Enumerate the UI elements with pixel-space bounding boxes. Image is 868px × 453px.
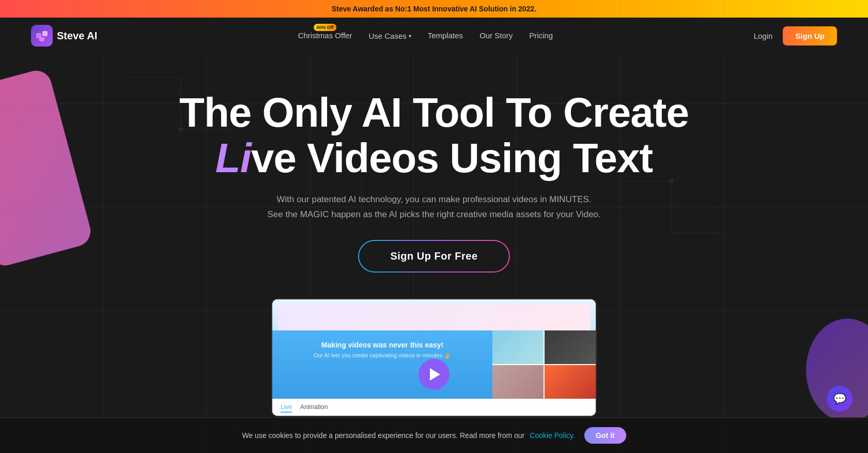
video-thumb-2: [545, 330, 596, 364]
nav-item-christmas[interactable]: 40% Off Christmas Offer: [298, 31, 352, 40]
pricing-link[interactable]: Pricing: [529, 31, 553, 40]
nav-item-pricing[interactable]: Pricing: [529, 31, 553, 40]
video-subtitle: Our AI lets you create captivating video…: [281, 352, 484, 359]
signup-button[interactable]: Sign Up: [783, 26, 837, 46]
video-preview: Making videos was never this easy! Our A…: [271, 298, 597, 417]
christmas-badge: 40% Off: [314, 24, 336, 31]
svg-rect-16: [39, 37, 44, 41]
chat-bubble-button[interactable]: 💬: [827, 386, 853, 412]
logo[interactable]: Steve AI: [31, 25, 97, 47]
login-link[interactable]: Login: [754, 32, 773, 40]
hero-subtitle: With our patented AI technology, you can…: [0, 192, 868, 222]
banner-text: Steve Awarded as No:1 Most Innovative AI…: [332, 5, 536, 13]
nav-item-templates[interactable]: Templates: [428, 31, 463, 40]
signup-free-button[interactable]: Sign Up For Free: [358, 240, 509, 273]
chat-icon: 💬: [833, 392, 846, 405]
video-tab-animation[interactable]: Animation: [300, 402, 328, 413]
nav-item-ourstory[interactable]: Our Story: [479, 31, 513, 40]
video-left-panel: Making videos was never this easy! Our A…: [272, 330, 492, 399]
hero-title: The Only AI Tool To Create Live Videos U…: [0, 90, 868, 181]
video-top-bar: [272, 299, 596, 330]
play-triangle-icon: [430, 368, 440, 381]
cookie-banner: We use cookies to provide a personalised…: [0, 417, 868, 453]
video-thumb-4: [545, 365, 596, 399]
hero-subtitle-line1: With our patented AI technology, you can…: [276, 194, 591, 204]
video-play-button[interactable]: [419, 359, 450, 390]
nav-item-usecases[interactable]: Use Cases ▾: [368, 32, 411, 40]
templates-link[interactable]: Templates: [428, 31, 463, 40]
our-story-link[interactable]: Our Story: [479, 31, 513, 40]
logo-text: Steve AI: [57, 30, 97, 42]
video-tab-live[interactable]: Live: [281, 402, 292, 413]
cookie-policy-link[interactable]: Cookie Policy.: [530, 431, 575, 440]
chevron-down-icon: ▾: [409, 33, 411, 39]
top-announcement-banner: Steve Awarded as No:1 Most Innovative AI…: [0, 0, 868, 18]
hero-subtitle-line2: See the MAGIC happen as the AI picks the…: [267, 209, 600, 219]
nav-links: 40% Off Christmas Offer Use Cases ▾ Temp…: [298, 31, 553, 40]
video-thumb-3: [492, 365, 544, 399]
logo-icon: [31, 25, 53, 47]
video-title: Making videos was never this easy!: [281, 341, 484, 349]
cookie-text: We use cookies to provide a personalised…: [242, 431, 524, 440]
nav-right: Login Sign Up: [754, 26, 837, 46]
hero-title-li: Li: [215, 135, 251, 181]
use-cases-link[interactable]: Use Cases: [368, 32, 406, 40]
video-thumbnails: [492, 330, 596, 399]
navbar: Steve AI 40% Off Christmas Offer Use Cas…: [0, 18, 868, 54]
video-thumb-1: [492, 330, 544, 364]
cookie-accept-button[interactable]: Got it: [584, 427, 626, 444]
hero-section: The Only AI Tool To Create Live Videos U…: [0, 54, 868, 417]
hero-title-line1: The Only AI Tool To Create: [179, 89, 689, 135]
video-tabs: Live Animation: [272, 399, 596, 416]
svg-rect-15: [42, 31, 48, 36]
christmas-offer-link[interactable]: Christmas Offer: [298, 31, 352, 40]
hero-title-line2: ve Videos Using Text: [251, 135, 653, 181]
